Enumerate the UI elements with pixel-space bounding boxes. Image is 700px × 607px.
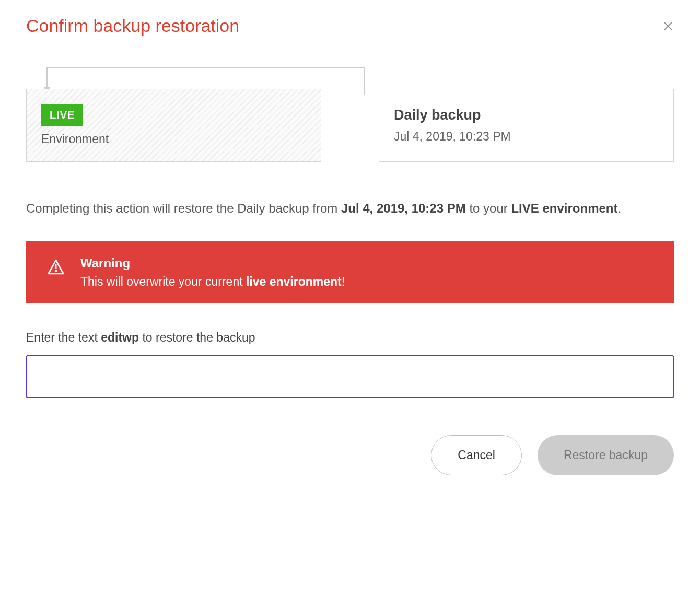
source-backup-card: Daily backup Jul 4, 2019, 10:23 PM [379, 89, 674, 162]
target-label: Environment [41, 132, 306, 146]
target-environment-card: LIVE Environment [26, 89, 321, 162]
restore-backup-button[interactable]: Restore backup [538, 435, 674, 475]
warning-icon [47, 258, 65, 278]
source-timestamp: Jul 4, 2019, 10:23 PM [394, 130, 659, 144]
source-title: Daily backup [394, 107, 659, 123]
modal-title: Confirm backup restoration [26, 16, 239, 36]
warning-text: This will overwrite your current live en… [80, 275, 345, 289]
cancel-button[interactable]: Cancel [431, 435, 522, 475]
action-description: Completing this action will restore the … [26, 199, 674, 218]
svg-point-3 [55, 271, 56, 272]
warning-banner: Warning This will overwrite your current… [26, 241, 674, 304]
modal-header: Confirm backup restoration [0, 0, 700, 57]
live-badge: LIVE [41, 104, 83, 126]
restore-diagram: LIVE Environment Daily backup Jul 4, 201… [26, 89, 674, 162]
modal-content: LIVE Environment Daily backup Jul 4, 201… [0, 57, 700, 419]
modal-footer: Cancel Restore backup [0, 419, 700, 517]
warning-title: Warning [80, 256, 345, 271]
confirm-input[interactable] [26, 355, 674, 398]
close-icon[interactable] [662, 20, 674, 32]
confirm-input-label: Enter the text editwp to restore the bac… [26, 331, 674, 345]
